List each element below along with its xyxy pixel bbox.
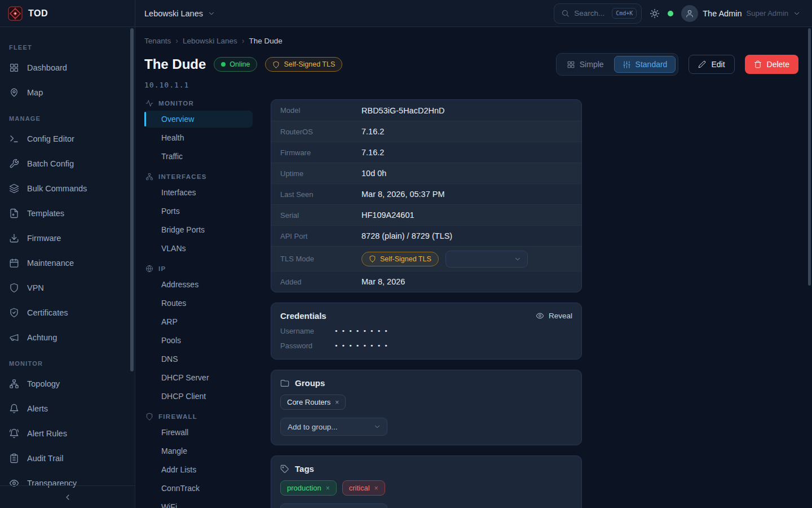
add-to-group-select[interactable]: Add to group...: [280, 418, 387, 436]
remove-chip-icon[interactable]: ×: [374, 484, 378, 492]
search-box[interactable]: Cmd+K: [554, 3, 642, 24]
app-logo-icon: [8, 6, 23, 21]
sidebar-item-topology[interactable]: Topology: [0, 371, 135, 396]
credential-label: Username: [280, 327, 334, 335]
subnav-section-firewall: FIREWALL: [145, 413, 253, 421]
subnav-item-mangle[interactable]: Mangle: [144, 443, 253, 459]
sidebar-item-label: Alert Rules: [27, 429, 67, 438]
sidebar-item-map[interactable]: Map: [0, 80, 135, 105]
subnav-section-label: INTERFACES: [158, 173, 207, 180]
subnav-item-dns[interactable]: DNS: [144, 351, 253, 367]
sidebar-item-batch-config[interactable]: Batch Config: [0, 151, 135, 176]
subnav-item-pools[interactable]: Pools: [144, 332, 253, 349]
add-tag-select[interactable]: Add tag...: [280, 503, 387, 508]
shield-icon: [9, 283, 19, 293]
calendar-icon: [9, 258, 19, 268]
detail-value: HF109A24601: [361, 211, 414, 220]
tenant-selector[interactable]: Lebowski Lanes: [144, 9, 215, 18]
subnav-section-label: MONITOR: [158, 100, 194, 107]
sidebar-item-config-editor[interactable]: Config Editor: [0, 126, 135, 151]
sidebar-collapse-button[interactable]: [0, 485, 135, 508]
tag-chip-label: critical: [349, 484, 370, 492]
sidebar-item-label: Audit Trail: [27, 454, 63, 463]
detail-label: Serial: [280, 211, 361, 220]
device-subnav: MONITOR Overview Health Traffic INTERFAC…: [144, 99, 253, 508]
subnav-item-firewall[interactable]: Firewall: [144, 424, 253, 441]
subnav-item-conntrack[interactable]: ConnTrack: [144, 480, 253, 497]
remove-chip-icon[interactable]: ×: [326, 484, 330, 492]
breadcrumb: Tenants › Lebowski Lanes › The Dude: [144, 36, 798, 45]
search-icon: [561, 9, 570, 17]
tls-badge-label: Self-Signed TLS: [284, 60, 335, 68]
detail-label: TLS Mode: [280, 255, 361, 263]
page-title: The Dude: [144, 56, 206, 72]
sidebar-item-dashboard[interactable]: Dashboard: [0, 55, 135, 80]
credentials-title: Credentials: [280, 311, 326, 321]
search-input[interactable]: [574, 9, 607, 17]
sidebar-item-maintenance[interactable]: Maintenance: [0, 251, 135, 275]
status-badge: Online: [214, 57, 257, 72]
breadcrumb-tenant[interactable]: Lebowski Lanes: [183, 37, 237, 45]
sidebar-item-achtung[interactable]: Achtung: [0, 325, 135, 350]
detail-value: Mar 8, 2026: [361, 277, 405, 286]
page-scrollbar[interactable]: [808, 28, 811, 286]
view-mode-simple[interactable]: Simple: [559, 56, 612, 73]
trash-icon: [754, 60, 762, 68]
sidebar-item-label: Dashboard: [27, 63, 67, 72]
subnav-item-interfaces[interactable]: Interfaces: [144, 184, 253, 201]
delete-button[interactable]: Delete: [745, 55, 798, 74]
detail-row-added: Added Mar 8, 2026: [271, 271, 581, 292]
subnav-item-dhcp-client[interactable]: DHCP Client: [144, 388, 253, 405]
subnav-item-ports[interactable]: Ports: [144, 203, 253, 220]
reveal-button[interactable]: Reveal: [536, 312, 572, 320]
sun-icon: [650, 8, 660, 19]
sidebar-item-vpn[interactable]: VPN: [0, 275, 135, 300]
sliders-icon: [623, 60, 631, 69]
tls-mode-badge: Self-Signed TLS: [361, 252, 439, 266]
subnav-item-overview[interactable]: Overview: [144, 111, 253, 128]
sidebar-item-bulk-commands[interactable]: Bulk Commands: [0, 176, 135, 201]
subnav-item-arp[interactable]: ARP: [144, 313, 253, 330]
subnav-item-bridge-ports[interactable]: Bridge Ports: [144, 221, 253, 238]
sidebar-scrollbar[interactable]: [130, 28, 134, 371]
sidebar-item-certificates[interactable]: Certificates: [0, 300, 135, 325]
download-icon: [9, 233, 19, 243]
reveal-button-label: Reveal: [549, 312, 572, 320]
tls-badge: Self-Signed TLS: [265, 57, 342, 72]
sidebar-item-templates[interactable]: Templates: [0, 201, 135, 226]
user-menu[interactable]: The Admin Super Admin: [681, 5, 801, 22]
groups-card: Groups Core Routers × Add to group...: [271, 370, 582, 445]
detail-row-uptime: Uptime 10d 0h: [271, 163, 581, 183]
theme-toggle-button[interactable]: [650, 8, 660, 19]
tls-mode-select[interactable]: [445, 251, 528, 268]
sidebar-item-audit-trail[interactable]: Audit Trail: [0, 446, 135, 471]
tags-card: Tags production × critical × Add tag...: [271, 456, 582, 508]
subnav-item-vlans[interactable]: VLANs: [144, 240, 253, 257]
subnav-item-routes[interactable]: Routes: [144, 295, 253, 312]
online-status-dot: [668, 11, 673, 16]
sidebar-section-fleet: FLEET: [9, 44, 126, 51]
network-icon: [9, 379, 19, 389]
group-chip-core-routers: Core Routers ×: [280, 395, 346, 410]
tls-mode-badge-label: Self-Signed TLS: [380, 255, 431, 263]
wrench-icon: [9, 159, 19, 169]
subnav-item-health[interactable]: Health: [144, 129, 253, 146]
user-role: Super Admin: [747, 9, 788, 17]
status-badge-label: Online: [230, 60, 250, 68]
detail-label: RouterOS: [280, 128, 361, 136]
subnav-item-addr-lists[interactable]: Addr Lists: [144, 461, 253, 478]
remove-chip-icon[interactable]: ×: [335, 398, 339, 406]
shield-check-icon: [9, 308, 19, 318]
breadcrumb-tenants[interactable]: Tenants: [144, 37, 171, 45]
sidebar-item-alerts[interactable]: Alerts: [0, 396, 135, 421]
subnav-item-dhcp-server[interactable]: DHCP Server: [144, 369, 253, 386]
chevron-down-icon: [793, 10, 801, 17]
edit-button[interactable]: Edit: [689, 55, 734, 74]
sidebar-item-firmware[interactable]: Firmware: [0, 226, 135, 251]
sidebar-item-alert-rules[interactable]: Alert Rules: [0, 421, 135, 446]
view-mode-standard[interactable]: Standard: [614, 56, 676, 73]
detail-value: 7.16.2: [361, 148, 384, 157]
subnav-item-traffic[interactable]: Traffic: [144, 148, 253, 165]
subnav-item-wifi[interactable]: WiFi: [144, 498, 253, 508]
subnav-item-addresses[interactable]: Addresses: [144, 276, 253, 293]
